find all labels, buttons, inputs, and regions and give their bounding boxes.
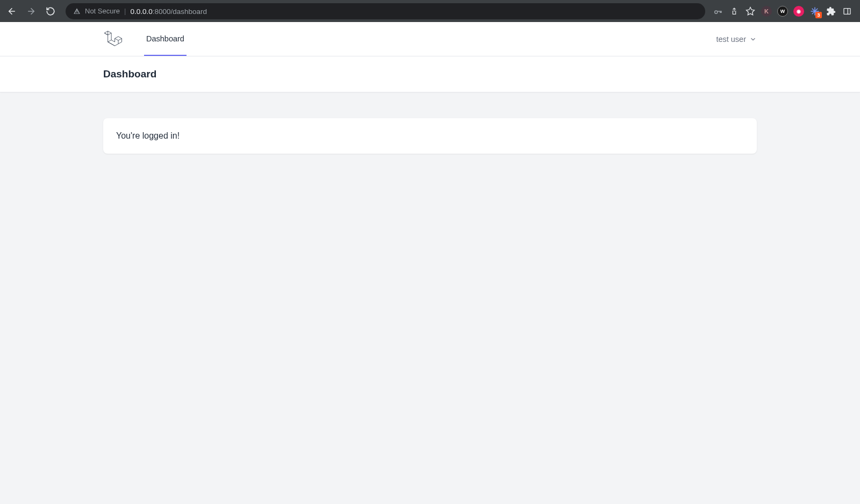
nav-link-dashboard[interactable]: Dashboard <box>144 22 187 56</box>
page-header: Dashboard <box>0 56 860 92</box>
extension-o[interactable]: ◉ <box>793 6 804 17</box>
browser-chrome: Not Secure | 0.0.0.0:8000/dashboard K W … <box>0 0 860 22</box>
welcome-card: You're logged in! <box>103 118 757 154</box>
key-icon[interactable] <box>713 6 723 17</box>
extensions-icon[interactable] <box>826 6 836 17</box>
not-secure-label: Not Secure <box>85 7 120 15</box>
nav-link-label: Dashboard <box>146 34 184 43</box>
svg-rect-8 <box>844 8 850 14</box>
app-nav: Dashboard test user <box>0 22 860 56</box>
bookmark-icon[interactable] <box>745 6 756 17</box>
warning-icon <box>73 8 81 15</box>
user-name: test user <box>716 35 746 44</box>
user-menu[interactable]: test user <box>716 35 757 44</box>
back-button[interactable] <box>4 4 19 19</box>
reload-button[interactable] <box>43 4 58 19</box>
forward-button[interactable] <box>24 4 39 19</box>
share-icon[interactable] <box>729 6 740 17</box>
logged-in-message: You're logged in! <box>116 131 744 141</box>
main-content: You're logged in! <box>86 92 774 179</box>
laravel-logo[interactable] <box>103 30 123 49</box>
url-path: :8000/dashboard <box>153 8 207 16</box>
chevron-down-icon <box>749 35 757 43</box>
address-bar[interactable]: Not Secure | 0.0.0.0:8000/dashboard <box>66 3 705 19</box>
extension-w[interactable]: W <box>777 6 788 17</box>
svg-point-2 <box>715 10 718 13</box>
extension-k[interactable]: K <box>761 6 772 17</box>
url-display: 0.0.0.0:8000/dashboard <box>130 6 207 16</box>
panel-icon[interactable] <box>842 6 852 17</box>
security-indicator[interactable]: Not Secure <box>73 7 120 15</box>
page-title: Dashboard <box>103 68 757 80</box>
divider: | <box>124 7 126 15</box>
extension-snowflake[interactable]: 3 <box>809 6 820 17</box>
chrome-actions: K W ◉ 3 <box>710 6 856 17</box>
url-host: 0.0.0.0 <box>130 8 152 16</box>
svg-marker-3 <box>747 7 755 15</box>
extension-badge-count: 3 <box>815 12 822 18</box>
